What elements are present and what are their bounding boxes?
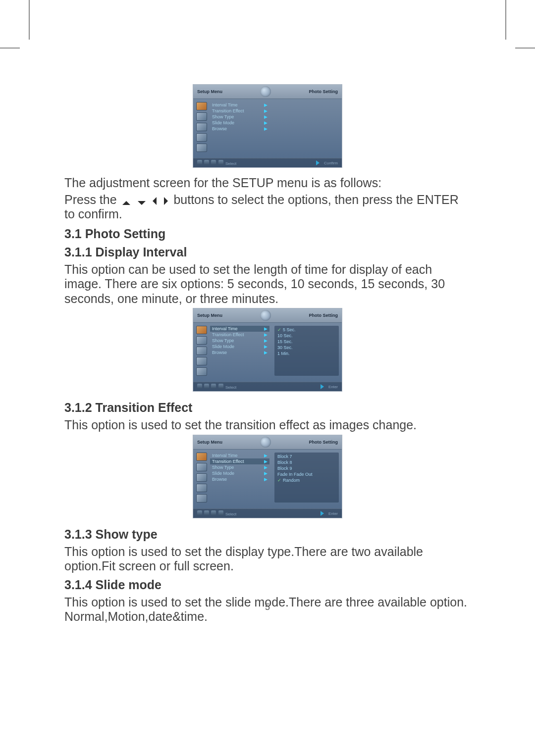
option-label: 15 Sec.: [277, 339, 293, 344]
option-label: Random: [283, 478, 300, 483]
sidebar-icon: [196, 347, 207, 355]
sidebar-icon: [196, 144, 207, 152]
sidebar-icon: [196, 357, 207, 365]
menu-item-label: Interval Time: [212, 102, 238, 107]
check-icon: ✓: [277, 478, 281, 483]
sidebar-icon: [196, 102, 207, 110]
menu-item-label: Transition Effect: [212, 459, 244, 464]
sidebar-icon: [196, 112, 207, 121]
sidebar-icon: [196, 326, 207, 334]
screenshot-title-left: Setup Menu: [197, 89, 222, 94]
screenshot-title-left: Setup Menu: [197, 313, 222, 318]
setup-menu-screenshot-2: Setup Menu Photo Setting Interval Time▶: [64, 308, 471, 397]
paragraph-3-1-1: This option can be used to set the lengt…: [64, 262, 471, 306]
sidebar-icon: [196, 133, 207, 142]
option-label: Fade In Fade Out: [277, 472, 313, 477]
heading-3-1-2: 3.1.2 Transition Effect: [64, 401, 471, 415]
screenshot-title-right: Photo Setting: [309, 313, 338, 318]
arrow-down-icon: [138, 201, 146, 205]
option-label: Block 7: [277, 454, 292, 459]
option-label: 30 Sec.: [277, 345, 293, 350]
sidebar-icon: [196, 367, 207, 376]
nav-button-icon: [197, 384, 202, 389]
menu-item-label: Interval Time: [212, 453, 238, 458]
nav-button-icon: [218, 160, 223, 165]
menu-item-label: Browse: [212, 350, 227, 355]
gear-icon: [260, 437, 271, 448]
page-number: 5: [0, 602, 535, 612]
heading-3-1-1: 3.1.1 Display Interval: [64, 245, 471, 259]
heading-3-1-4: 3.1.4 Slide mode: [64, 578, 471, 592]
nav-button-icon: [197, 510, 202, 515]
menu-item-label: Show Type: [212, 465, 234, 470]
sidebar-icon: [196, 463, 207, 471]
heading-3-1: 3.1 Photo Setting: [64, 227, 471, 241]
menu-item-label: Interval Time: [212, 326, 238, 331]
nav-button-icon: [204, 510, 209, 515]
paragraph-3-1-2: This option is used to set the transitio…: [64, 418, 471, 433]
footer-select-label: Select: [225, 161, 236, 166]
footer-select-label: Select: [225, 512, 236, 516]
arrow-right-icon: [164, 197, 168, 205]
screenshot-title-left: Setup Menu: [197, 440, 222, 445]
press-line-part-a: Press the: [64, 193, 117, 206]
nav-button-icon: [211, 510, 216, 515]
footer-enter-label: Enter: [328, 511, 338, 516]
setup-menu-screenshot-1: Setup Menu Photo Setting Interval Time▶: [64, 84, 471, 173]
interval-options: ✓5 Sec. 10 Sec. 15 Sec. 30 Sec. 1 Min.: [274, 326, 339, 376]
nav-button-icon: [218, 510, 223, 515]
nav-button-icon: [211, 160, 216, 165]
menu-item-label: Show Type: [212, 338, 234, 343]
transition-options: Block 7 Block 8 Block 9 Fade In Fade Out…: [274, 453, 339, 503]
check-icon: ✓: [277, 327, 281, 332]
menu-item-label: Browse: [212, 126, 227, 131]
menu-list: Interval Time▶ Transition Effect▶ Show T…: [210, 326, 269, 376]
footer-select-label: Select: [225, 385, 236, 390]
option-label: 1 Min.: [277, 351, 290, 356]
nav-button-icon: [218, 384, 223, 389]
screenshot-title-right: Photo Setting: [309, 440, 338, 445]
option-label: Block 9: [277, 466, 292, 471]
arrow-up-icon: [122, 201, 130, 205]
sidebar-icon: [196, 484, 207, 492]
crop-mark: [505, 0, 506, 40]
menu-item-label: Slide Mode: [212, 471, 234, 476]
screenshot-title-right: Photo Setting: [309, 89, 338, 94]
direction-arrows: [120, 193, 174, 206]
menu-item-label: Slide Mode: [212, 344, 234, 349]
crop-mark: [0, 48, 20, 49]
nav-button-icon: [197, 160, 202, 165]
option-label: 5 Sec.: [283, 327, 296, 332]
option-label: 10 Sec.: [277, 333, 293, 338]
crop-mark: [515, 48, 535, 49]
play-icon: [321, 511, 326, 516]
nav-button-icon: [204, 160, 209, 165]
sidebar-icon: [196, 453, 207, 461]
option-label: Block 8: [277, 460, 292, 465]
menu-item-label: Show Type: [212, 114, 234, 119]
arrow-left-icon: [153, 197, 157, 205]
menu-list: Interval Time▶ Transition Effect▶ Show T…: [210, 102, 269, 152]
manual-page: Setup Menu Photo Setting Interval Time▶: [0, 0, 535, 756]
nav-button-icon: [204, 384, 209, 389]
crop-mark: [29, 0, 30, 40]
menu-item-label: Transition Effect: [212, 108, 244, 113]
menu-item-label: Browse: [212, 477, 227, 482]
paragraph-3-1-3: This option is used to set the display t…: [64, 545, 471, 574]
sidebar-icon: [196, 123, 207, 131]
press-line: Press the buttons to select the options,…: [64, 193, 471, 222]
setup-menu-screenshot-3: Setup Menu Photo Setting Interval Time▶: [64, 435, 471, 523]
adjustment-intro-line: The adjustment screen for the SETUP menu…: [64, 176, 471, 191]
gear-icon: [260, 86, 271, 97]
heading-3-1-3: 3.1.3 Show type: [64, 527, 471, 542]
page-content: Setup Menu Photo Setting Interval Time▶: [64, 84, 471, 626]
play-icon: [316, 160, 322, 165]
menu-item-label: Slide Mode: [212, 120, 234, 125]
sidebar-icon: [196, 473, 207, 482]
play-icon: [321, 384, 326, 389]
nav-button-icon: [211, 384, 216, 389]
footer-enter-label: Enter: [328, 385, 338, 389]
footer-confirm-label: Confirm: [324, 161, 338, 165]
menu-list: Interval Time▶ Transition Effect▶ Show T…: [210, 453, 269, 503]
sidebar-icon: [196, 494, 207, 503]
